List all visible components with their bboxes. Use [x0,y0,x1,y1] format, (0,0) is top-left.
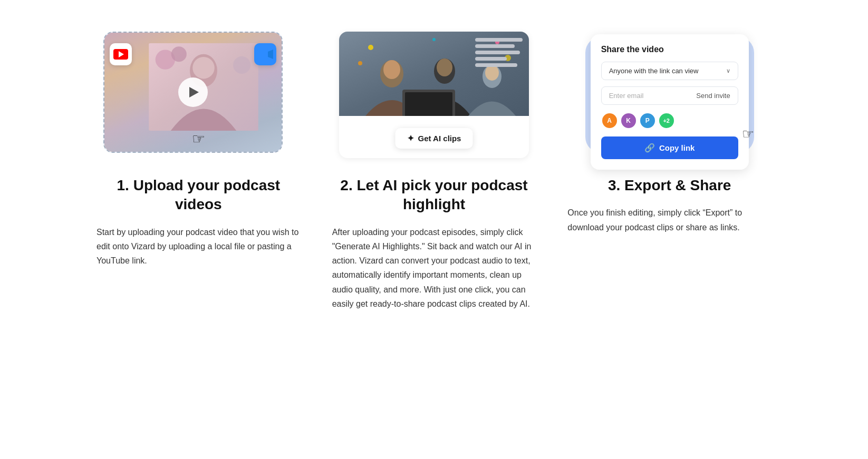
step-2-description: After uploading your podcast episodes, s… [332,225,536,311]
avatar-2: K [620,112,637,129]
dropdown-arrow-icon: ∨ [726,67,730,74]
share-send-invite-button[interactable]: Send invite [696,92,730,100]
svg-rect-16 [405,92,452,116]
share-email-row: Enter email Send invite [601,86,738,105]
cursor-icon: ☞ [192,130,205,148]
share-cursor-icon: ☞ [742,126,754,142]
svg-point-21 [358,61,362,65]
zoom-icon [257,49,273,60]
copy-link-button[interactable]: 🔗 Copy link [601,136,738,159]
svg-rect-6 [257,49,268,60]
step-1-content: 1. Upload your podcast videos Start by u… [97,176,301,268]
step-1-column: ☞ 1. Upload your podcast videos Start by… [97,26,301,311]
avatar-3: P [639,112,656,129]
sparkle-icon: ✦ [407,133,414,143]
play-triangle-icon [189,87,199,97]
svg-point-4 [171,46,187,62]
ai-photo-area [339,32,529,116]
step-3-description: Once you finish editing, simply click “E… [567,206,771,234]
get-ai-clips-label: Get AI clips [418,134,461,143]
step-3-number: 3. [608,177,620,193]
upload-card-container: ☞ [98,26,298,163]
text-line-5 [475,63,517,67]
step-2-content: 2. Let AI pick your podcast highlight Af… [332,176,536,311]
youtube-icon [113,49,128,60]
share-dropdown-text: Anyone with the link can view [609,67,699,75]
youtube-badge [110,43,132,65]
text-line-4 [475,57,507,61]
avatar-1: A [601,112,618,129]
svg-point-17 [368,45,373,50]
svg-point-12 [437,58,452,76]
step-3-content: 3. Export & Share Once you finish editin… [567,176,771,235]
ai-card: ✦ Get AI clips [339,32,529,158]
text-line-1 [475,38,523,42]
play-button [178,77,208,107]
ai-button-area: ✦ Get AI clips [339,116,529,158]
step-3-title-text: Export & Share [624,177,731,193]
text-line-2 [475,44,515,48]
share-avatars-list: A K P +2 [601,112,738,129]
youtube-play-icon [119,51,124,57]
step-2-illustration: ✦ Get AI clips [332,26,536,163]
step-2-title-text: Let AI pick your podcast highlight [356,177,527,212]
ai-card-container: ✦ Get AI clips [334,26,534,163]
step-2-title: 2. Let AI pick your podcast highlight [332,176,536,214]
step-3-title: 3. Export & Share [567,176,771,195]
get-ai-clips-button[interactable]: ✦ Get AI clips [396,128,473,149]
share-card-container: Share the video Anyone with the link can… [570,26,770,163]
zoom-badge [254,43,276,65]
share-permission-dropdown[interactable]: Anyone with the link can view ∨ [601,62,738,80]
share-dialog-card: Share the video Anyone with the link can… [591,34,749,170]
avatar-more: +2 [658,112,675,129]
svg-point-2 [193,57,215,79]
step-2-column: ✦ Get AI clips 2. Let AI pick your podca… [332,26,536,311]
text-lines-decoration [475,38,523,67]
share-dialog-title: Share the video [601,45,738,54]
step-1-description: Start by uploading your podcast video th… [97,225,301,268]
step-1-title: 1. Upload your podcast videos [97,176,301,214]
link-icon: 🔗 [644,143,655,153]
step-1-illustration: ☞ [97,26,301,163]
steps-container: ☞ 1. Upload your podcast videos Start by… [65,16,803,321]
svg-point-10 [383,60,400,79]
share-email-input[interactable]: Enter email [609,92,644,100]
svg-point-19 [432,38,436,41]
step-1-number: 1. [117,177,129,193]
svg-point-14 [485,65,499,81]
step-1-title-text: Upload your podcast videos [133,177,280,212]
copy-link-label: Copy link [659,143,695,152]
step-3-illustration: Share the video Anyone with the link can… [567,26,771,163]
step-3-column: Share the video Anyone with the link can… [567,26,771,311]
svg-point-5 [233,56,250,74]
text-line-3 [475,51,520,54]
step-2-number: 2. [340,177,352,193]
svg-marker-7 [268,50,273,59]
